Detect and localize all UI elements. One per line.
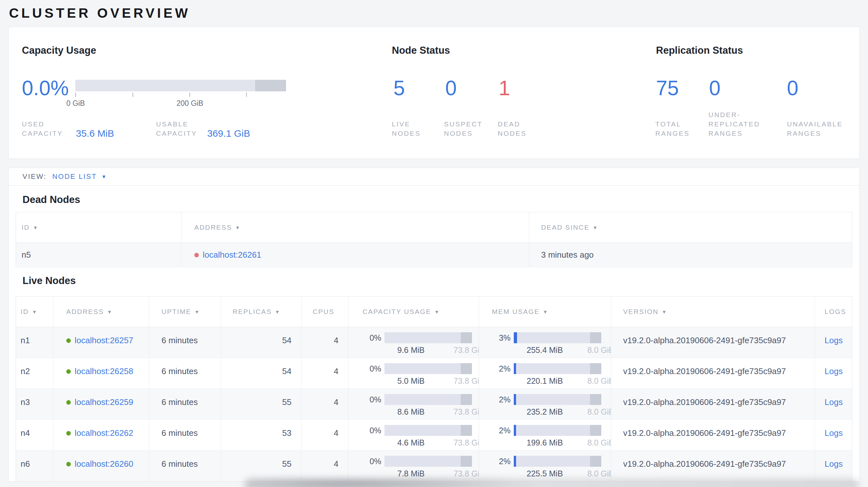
sort-icon: ▼ xyxy=(593,225,597,230)
column-header-id[interactable]: ID▼ xyxy=(16,212,181,242)
node-address-link[interactable]: localhost:26257 xyxy=(75,335,133,345)
column-header-address[interactable]: ADDRESS▼ xyxy=(181,212,529,242)
mem-total-value: 8.0 GiB xyxy=(587,469,611,478)
node-address-link[interactable]: localhost:26259 xyxy=(75,397,133,407)
capacity-total-value: 73.8 GiB xyxy=(454,407,479,417)
mem-usage-bar xyxy=(514,425,601,436)
suspect-nodes-count: 0 xyxy=(445,78,457,98)
capacity-usage-heading: Capacity Usage xyxy=(22,45,96,56)
node-address-cell: localhost:26258 xyxy=(53,358,149,389)
mem-fill xyxy=(514,456,516,467)
node-version: v19.2.0-alpha.20190606-2491-gfe735c9a97 xyxy=(611,451,815,481)
column-header-uptime[interactable]: UPTIME▼ xyxy=(149,297,221,327)
mem-fill xyxy=(514,425,516,436)
axis-tick xyxy=(75,93,76,97)
live-node-row: n2 localhost:26258 6 minutes 54 4 0% 5.0… xyxy=(16,358,852,389)
live-nodes-label: LIVE NODES xyxy=(392,119,427,138)
node-id: n3 xyxy=(16,389,53,419)
capacity-used-value: 8.6 MiB xyxy=(397,407,425,417)
live-nodes-heading: Live Nodes xyxy=(23,275,859,287)
capacity-reserved-segment xyxy=(461,456,472,467)
total-ranges-count: 75 xyxy=(656,78,679,98)
live-node-row: n4 localhost:26262 6 minutes 53 4 0% 4.6… xyxy=(16,420,852,451)
view-selector[interactable]: NODE LIST ▼ xyxy=(52,172,107,181)
logs-link[interactable]: Logs xyxy=(825,428,843,438)
capacity-percent: 0% xyxy=(363,333,381,343)
mem-usage-cell: 2% 199.6 MiB 8.0 GiB xyxy=(479,420,611,450)
node-replicas: 54 xyxy=(221,327,301,358)
capacity-reserved-segment xyxy=(461,394,472,405)
capacity-reserved-segment xyxy=(461,363,472,374)
live-nodes-count: 5 xyxy=(394,78,405,98)
node-id: n1 xyxy=(16,327,53,358)
sort-icon: ▼ xyxy=(543,309,548,315)
used-capacity-label: USED CAPACITY xyxy=(22,119,70,138)
axis-tick xyxy=(189,93,190,97)
mem-reserved-segment xyxy=(590,363,601,374)
mem-percent: 2% xyxy=(492,364,510,374)
replication-status-heading: Replication Status xyxy=(656,45,743,56)
column-header-version[interactable]: VERSION▼ xyxy=(611,297,815,327)
axis-label-200: 200 GiB xyxy=(176,99,203,108)
capacity-total-value: 73.8 GiB xyxy=(454,438,479,448)
under-replicated-ranges-count: 0 xyxy=(709,78,721,98)
dead-node-row: n5 localhost:26261 3 minutes ago xyxy=(16,243,852,267)
node-id: n6 xyxy=(16,451,53,481)
logs-link[interactable]: Logs xyxy=(825,335,843,345)
mem-usage-bar xyxy=(514,394,601,405)
node-uptime: 6 minutes xyxy=(149,420,221,450)
column-header-cpus: CPUS xyxy=(301,297,348,327)
column-header-logs: LOGS xyxy=(815,297,852,327)
node-address-link[interactable]: localhost:26258 xyxy=(75,366,133,376)
mem-total-value: 8.0 GiB xyxy=(587,438,611,448)
node-cpus: 4 xyxy=(301,327,348,358)
dead-since: 3 minutes ago xyxy=(529,243,852,267)
usable-capacity-label: USABLE CAPACITY xyxy=(156,119,208,138)
node-address-cell: localhost:26257 xyxy=(53,327,149,358)
column-header-mem-usage[interactable]: MEM USAGE▼ xyxy=(479,297,611,327)
mem-percent: 2% xyxy=(492,457,510,466)
logs-link[interactable]: Logs xyxy=(825,459,843,469)
usable-capacity-value: 369.1 GiB xyxy=(207,128,250,139)
column-header-dead-since[interactable]: DEAD SINCE▼ xyxy=(529,212,852,242)
axis-tick xyxy=(132,93,133,97)
window-shadow-artifact xyxy=(245,478,859,487)
mem-reserved-segment xyxy=(590,394,601,405)
mem-used-value: 235.2 MiB xyxy=(527,407,563,417)
live-node-row: n6 localhost:26260 6 minutes 55 4 0% 7.8… xyxy=(16,451,852,482)
summary-card: Capacity Usage 0.0% 0 GiB 200 GiB USED C… xyxy=(8,27,860,159)
capacity-usage-cell: 0% 5.0 MiB 73.8 GiB xyxy=(348,358,479,389)
mem-fill xyxy=(514,363,516,374)
mem-usage-cell: 2% 235.2 MiB 8.0 GiB xyxy=(479,389,611,419)
column-header-capacity-usage[interactable]: CAPACITY USAGE▼ xyxy=(348,297,479,327)
capacity-percent: 0% xyxy=(363,457,381,466)
capacity-usage-bar xyxy=(384,425,472,436)
capacity-used-value: 7.8 MiB xyxy=(397,469,425,478)
capacity-usage-cell: 0% 7.8 MiB 73.8 GiB xyxy=(348,451,479,481)
node-address-link[interactable]: localhost:26261 xyxy=(203,250,261,260)
logs-link[interactable]: Logs xyxy=(825,366,843,376)
node-replicas: 54 xyxy=(221,358,301,389)
capacity-usage-cell: 0% 9.6 MiB 73.8 GiB xyxy=(348,327,479,358)
capacity-usage-bar xyxy=(384,363,472,374)
node-address-link[interactable]: localhost:26262 xyxy=(75,428,133,438)
logs-link[interactable]: Logs xyxy=(825,397,843,407)
capacity-percent: 0% xyxy=(363,426,381,435)
logs-cell: Logs xyxy=(815,327,852,358)
node-uptime: 6 minutes xyxy=(149,358,221,389)
live-status-dot xyxy=(66,338,71,343)
capacity-used-value: 9.6 MiB xyxy=(397,346,425,355)
capacity-used-value: 4.6 MiB xyxy=(397,438,425,448)
column-header-id[interactable]: ID▼ xyxy=(16,297,53,327)
live-node-row: n3 localhost:26259 6 minutes 55 4 0% 8.6… xyxy=(16,389,852,420)
sort-icon: ▼ xyxy=(275,309,280,315)
node-address-link[interactable]: localhost:26260 xyxy=(75,459,133,469)
mem-fill xyxy=(514,394,516,405)
column-header-replicas[interactable]: REPLICAS▼ xyxy=(221,297,301,327)
under-replicated-ranges-label: UNDER-REPLICATED RANGES xyxy=(708,110,778,138)
column-header-address[interactable]: ADDRESS▼ xyxy=(53,297,149,327)
logs-cell: Logs xyxy=(815,451,852,481)
logs-cell: Logs xyxy=(815,389,852,419)
node-version: v19.2.0-alpha.20190606-2491-gfe735c9a97 xyxy=(611,389,815,419)
mem-percent: 3% xyxy=(492,333,510,343)
